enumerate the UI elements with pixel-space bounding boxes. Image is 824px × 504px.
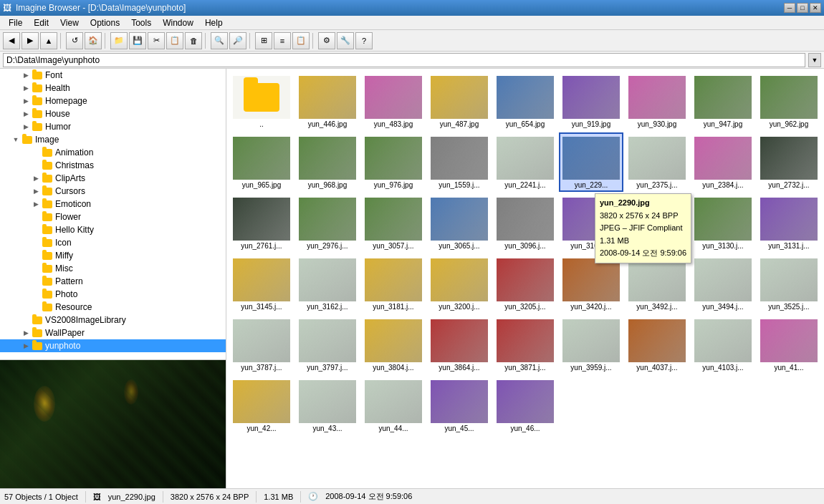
thumbnail-item[interactable]: yun_930.jpg xyxy=(625,72,689,131)
thumbnail-item[interactable]: yun_3096.j... xyxy=(493,193,557,253)
sidebar-item-resource[interactable]: Resource xyxy=(0,301,226,314)
thumbnail-item[interactable]: yun_3181.j... xyxy=(361,254,426,314)
maximize-button[interactable]: □ xyxy=(797,3,808,13)
thumbnail-item[interactable]: yun_3787.j... xyxy=(229,315,294,374)
thumbnail-item[interactable]: .. xyxy=(229,72,294,131)
delete-button[interactable]: 🗑 xyxy=(185,32,202,49)
tree-expander-icon[interactable] xyxy=(30,237,42,248)
thumbnail-item[interactable]: yun_45... xyxy=(427,376,492,435)
sidebar-item-image[interactable]: ▼Image xyxy=(0,133,226,146)
sidebar-item-pattern[interactable]: Pattern xyxy=(0,275,226,288)
thumbnail-item[interactable]: yun_4037.j... xyxy=(625,315,689,374)
sidebar-item-icon[interactable]: Icon xyxy=(0,236,226,249)
thumbnail-item[interactable]: yun_2241.j... xyxy=(493,132,557,192)
thumbnail-item[interactable]: yun_483.jpg xyxy=(361,72,426,131)
tree-expander-icon[interactable]: ▶ xyxy=(20,95,32,107)
thumbnail-item[interactable]: yun_3864.j... xyxy=(427,315,492,374)
save-button[interactable]: 💾 xyxy=(129,32,146,49)
thumbnail-item[interactable]: yun_965.jpg xyxy=(229,132,294,192)
thumbnail-item[interactable]: yun_42... xyxy=(229,376,294,435)
sidebar-item-humor[interactable]: ▶Humor xyxy=(0,120,226,133)
menu-options[interactable]: Options xyxy=(85,16,125,29)
tree-expander-icon[interactable] xyxy=(30,250,42,261)
tree-expander-icon[interactable] xyxy=(30,263,42,274)
sidebar-item-hello-kitty[interactable]: Hello Kitty xyxy=(0,223,226,236)
thumbnail-item[interactable]: yun_2976.j... xyxy=(295,193,360,253)
thumbnail-item[interactable]: yun_3494.j... xyxy=(691,254,755,314)
tree-expander-icon[interactable]: ▶ xyxy=(20,327,32,339)
view-thumbnails-button[interactable]: ⊞ xyxy=(255,32,272,49)
thumbnail-item[interactable]: yun_44... xyxy=(361,376,426,435)
tree-expander-icon[interactable] xyxy=(30,147,42,158)
up-button[interactable]: ▲ xyxy=(40,32,57,49)
cut-button[interactable]: ✂ xyxy=(148,32,165,49)
sidebar-item-flower[interactable]: Flower xyxy=(0,210,226,223)
thumbnail-item[interactable]: yun_487.jpg xyxy=(427,72,492,131)
thumbnail-item[interactable]: yun_3797.j... xyxy=(295,315,360,374)
tree-expander-icon[interactable]: ▶ xyxy=(20,108,32,120)
thumbnail-item[interactable]: yun_3162.j... xyxy=(295,254,360,314)
tree-expander-icon[interactable] xyxy=(30,289,42,300)
view-details-button[interactable]: 📋 xyxy=(292,32,310,49)
thumbnail-item[interactable]: yun_2761.j... xyxy=(229,193,294,253)
help-button[interactable]: ? xyxy=(355,32,373,49)
tree-expander-icon[interactable]: ▶ xyxy=(20,121,32,132)
thumbnail-item[interactable]: yun_962.jpg xyxy=(757,72,821,131)
settings-button[interactable]: ⚙ xyxy=(318,32,335,49)
sidebar-item-photo[interactable]: Photo xyxy=(0,288,226,301)
sidebar-item-font[interactable]: ▶Font xyxy=(0,69,226,82)
tree-expander-icon[interactable] xyxy=(20,314,32,326)
thumbnail-item[interactable]: yun_3804.j... xyxy=(361,315,426,374)
menu-file[interactable]: File xyxy=(3,16,28,29)
thumbnail-item[interactable]: yun_3959.j... xyxy=(559,315,623,374)
thumbnail-item[interactable]: yun_968.jpg xyxy=(295,132,360,192)
sidebar-item-homepage[interactable]: ▶Homepage xyxy=(0,94,226,107)
forward-button[interactable]: ▶ xyxy=(21,32,39,49)
menu-help[interactable]: Help xyxy=(199,16,229,29)
tree-expander-icon[interactable] xyxy=(30,224,42,236)
thumbnail-item[interactable]: yun_446.jpg xyxy=(295,72,360,131)
thumbnail-item[interactable]: yun_654.jpg xyxy=(493,72,557,131)
sidebar-item-house[interactable]: ▶House xyxy=(0,107,226,120)
thumbnail-item[interactable]: yun_43... xyxy=(295,376,360,435)
thumbnail-item[interactable]: yun_3525.j... xyxy=(757,254,821,314)
thumbnail-item[interactable]: yun_3871.j... xyxy=(493,315,557,374)
zoom-out-button[interactable]: 🔎 xyxy=(229,32,246,49)
thumbnail-item[interactable]: yun_3057.j... xyxy=(361,193,426,253)
tree-expander-icon[interactable]: ▶ xyxy=(20,340,32,352)
tree-expander-icon[interactable]: ▶ xyxy=(20,82,32,94)
sidebar-item-animation[interactable]: Animation xyxy=(0,146,226,159)
tree-expander-icon[interactable] xyxy=(30,276,42,287)
menu-tools[interactable]: Tools xyxy=(125,16,157,29)
tree-expander-icon[interactable]: ▶ xyxy=(30,198,42,210)
titlebar-controls[interactable]: ─ □ ✕ xyxy=(784,3,821,13)
sidebar-item-cursors[interactable]: ▶Cursors xyxy=(0,185,226,198)
thumbnail-item[interactable]: yun_2384.j... xyxy=(691,132,755,192)
tree-expander-icon[interactable]: ▶ xyxy=(20,69,32,81)
sidebar-tree[interactable]: ▶Font▶Health▶Homepage▶House▶Humor▼ImageA… xyxy=(0,69,226,359)
tree-expander-icon[interactable] xyxy=(30,160,42,171)
thumbnail-item[interactable]: yun_3145.j... xyxy=(229,254,294,314)
tools-button[interactable]: 🔧 xyxy=(337,32,354,49)
sidebar-item-yunphoto[interactable]: ▶yunphoto xyxy=(0,339,226,352)
tree-expander-icon[interactable]: ▶ xyxy=(30,173,42,184)
sidebar-item-vs2008imagelibrary[interactable]: VS2008ImageLibrary xyxy=(0,314,226,326)
content-area[interactable]: ..yun_446.jpgyun_483.jpgyun_487.jpgyun_6… xyxy=(226,69,824,488)
sidebar-item-misc[interactable]: Misc xyxy=(0,262,226,275)
thumbnail-item[interactable]: yun_229... xyxy=(559,132,623,192)
thumbnail-item[interactable]: yun_2732.j... xyxy=(757,132,821,192)
address-input[interactable]: D:\Data\Image\yunphoto xyxy=(3,53,805,67)
sidebar-item-christmas[interactable]: Christmas xyxy=(0,159,226,172)
thumbnail-item[interactable]: yun_976.jpg xyxy=(361,132,426,192)
menu-edit[interactable]: Edit xyxy=(28,16,54,29)
thumbnail-item[interactable]: yun_41... xyxy=(757,315,821,374)
thumbnail-item[interactable]: yun_3200.j... xyxy=(427,254,492,314)
thumbnail-item[interactable]: yun_919.jpg xyxy=(559,72,623,131)
tree-expander-icon[interactable]: ▶ xyxy=(30,185,42,197)
thumbnail-item[interactable]: yun_2375.j... xyxy=(625,132,689,192)
home-button[interactable]: 🏠 xyxy=(85,32,102,49)
zoom-in-button[interactable]: 🔍 xyxy=(211,32,228,49)
sidebar-item-wallpaper[interactable]: ▶WallPaper xyxy=(0,326,226,339)
thumbnail-item[interactable]: yun_3131.j... xyxy=(757,193,821,253)
thumbnail-item[interactable]: yun_1559.j... xyxy=(427,132,492,192)
